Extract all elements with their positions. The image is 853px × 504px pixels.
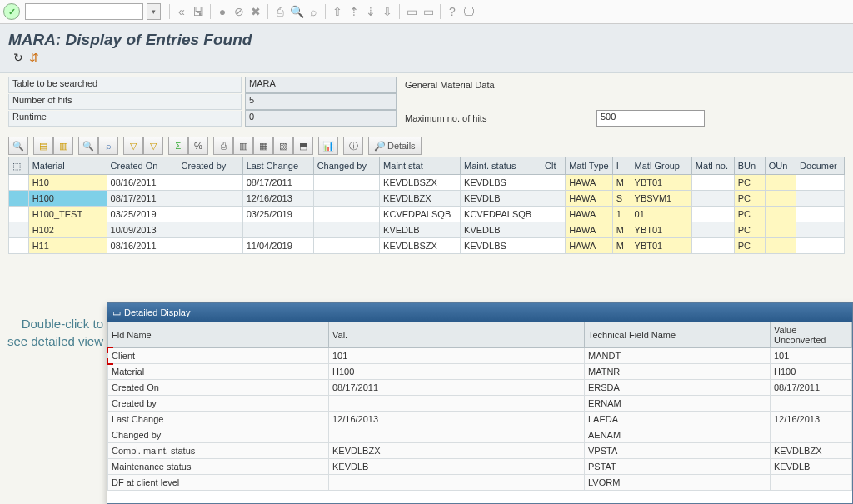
table-cell[interactable]	[691, 175, 734, 191]
detail-val[interactable]	[329, 427, 585, 443]
table-cell[interactable]: H11	[28, 238, 107, 254]
table-cell[interactable]: 08/17/2011	[107, 191, 177, 207]
detail-titlebar[interactable]: ▭ Detailed Display	[107, 303, 852, 322]
detail-fldname[interactable]: Material	[108, 364, 329, 380]
table-cell[interactable]	[765, 207, 796, 222]
table-cell[interactable]	[765, 175, 796, 191]
detail-val[interactable]	[329, 396, 585, 412]
detail-tech[interactable]: ERSDA	[585, 380, 771, 396]
command-field[interactable]	[25, 3, 143, 20]
detail-row[interactable]: Last Change12/16/2013LAEDA12/16/2013	[108, 412, 852, 427]
table-cell[interactable]: M	[612, 175, 631, 191]
table-cell[interactable]	[541, 238, 566, 254]
table-cell[interactable]	[541, 191, 566, 207]
refresh-icon[interactable]: ↻	[13, 51, 23, 64]
table-cell[interactable]: H10	[28, 175, 107, 191]
shortcut-icon[interactable]: ▭	[420, 3, 436, 20]
table-cell[interactable]: KEVDLBZX	[380, 191, 461, 207]
detail-unconv[interactable]: H100	[771, 364, 852, 380]
grid-col-matlno[interactable]: Matl no.	[691, 157, 734, 175]
grid-col-maintstat[interactable]: Maint.stat	[380, 157, 461, 175]
detail-tech[interactable]: MANDT	[585, 348, 771, 364]
alv-info-icon[interactable]: ⓘ	[343, 137, 363, 155]
detail-val[interactable]: 101	[329, 348, 585, 364]
grid-col-createdon[interactable]: Created On	[107, 157, 177, 175]
detail-unconv[interactable]: KEVDLBZX	[771, 443, 852, 459]
detail-row[interactable]: Compl. maint. statusKEVDLBZXVPSTAKEVDLBZ…	[108, 443, 852, 459]
detail-fldname[interactable]: Compl. maint. status	[108, 443, 329, 459]
alv-find-icon[interactable]: 🔍	[78, 137, 98, 155]
table-cell[interactable]: PC	[734, 222, 765, 238]
table-cell[interactable]	[691, 191, 734, 207]
detail-row[interactable]: Changed byAENAM	[108, 427, 852, 443]
table-row[interactable]: H10210/09/2013KVEDLBKVEDLBHAWAMYBT01PC	[9, 222, 845, 238]
print-icon[interactable]: ⎙	[272, 3, 288, 20]
help-icon[interactable]: ?	[444, 3, 461, 20]
alv-details-button[interactable]: 🔎Details	[368, 137, 422, 155]
nextpage-icon[interactable]: ⇣	[362, 3, 379, 20]
save-icon[interactable]: 🖫	[190, 3, 207, 20]
detail-tech[interactable]: PSTAT	[585, 459, 771, 475]
exit-icon[interactable]: ●	[214, 3, 231, 20]
table-cell[interactable]: 08/16/2011	[107, 175, 177, 191]
table-cell[interactable]	[177, 238, 242, 254]
table-cell[interactable]: 1	[612, 207, 631, 222]
findnext-icon[interactable]: ⌕	[305, 3, 322, 20]
table-cell[interactable]	[177, 175, 242, 191]
detail-row[interactable]: DF at client levelLVORM	[108, 475, 852, 491]
table-cell[interactable]: PC	[734, 175, 765, 191]
alv-sum-icon[interactable]: Σ	[168, 137, 188, 155]
detail-row[interactable]: Maintenance statusKEVDLBPSTATKEVDLB	[108, 459, 852, 475]
detail-unconv[interactable]	[771, 396, 852, 412]
table-cell[interactable]: M	[612, 238, 631, 254]
cancel-icon[interactable]: ⊘	[231, 3, 247, 20]
table-cell[interactable]	[541, 207, 566, 222]
table-cell[interactable]: HAWA	[566, 238, 613, 254]
row-selector[interactable]	[9, 222, 29, 238]
table-cell[interactable]	[541, 222, 566, 238]
table-cell[interactable]: 12/16/2013	[242, 191, 313, 207]
table-cell[interactable]	[313, 222, 379, 238]
table-cell[interactable]	[177, 191, 242, 207]
table-cell[interactable]: KCVEDPALSQB	[461, 207, 541, 222]
table-cell[interactable]	[765, 238, 796, 254]
table-cell[interactable]	[177, 222, 242, 238]
detail-col-val[interactable]: Val.	[329, 322, 585, 348]
back-icon[interactable]: «	[173, 3, 190, 20]
row-selector[interactable]	[9, 175, 29, 191]
detail-unconv[interactable]: 101	[771, 348, 852, 364]
detail-row[interactable]: MaterialH100MATNRH100	[108, 364, 852, 380]
detail-fldname[interactable]: Client	[108, 348, 329, 364]
detail-unconv[interactable]: 12/16/2013	[771, 412, 852, 427]
detail-tech[interactable]: MATNR	[585, 364, 771, 380]
alv-excel-icon[interactable]: ▦	[253, 137, 273, 155]
table-cell[interactable]: YBT01	[631, 175, 691, 191]
table-cell[interactable]	[691, 207, 734, 222]
grid-col-doc[interactable]: Documer	[796, 157, 845, 175]
table-cell[interactable]	[796, 207, 845, 222]
detail-fldname[interactable]: DF at client level	[108, 475, 329, 491]
table-cell[interactable]: H100	[28, 191, 107, 207]
layout-icon[interactable]: 🖵	[461, 3, 477, 20]
detail-unconv[interactable]: KEVDLB	[771, 459, 852, 475]
ok-icon[interactable]	[3, 3, 20, 20]
table-cell[interactable]	[796, 238, 845, 254]
detail-fldname[interactable]: Changed by	[108, 427, 329, 443]
table-cell[interactable]	[765, 191, 796, 207]
grid-col-createdby[interactable]: Created by	[177, 157, 242, 175]
detail-unconv[interactable]: 08/17/2011	[771, 380, 852, 396]
table-cell[interactable]	[242, 222, 313, 238]
detail-fldname[interactable]: Last Change	[108, 412, 329, 427]
table-cell[interactable]: H100_TEST	[28, 207, 107, 222]
table-row[interactable]: H10008/17/201112/16/2013KEVDLBZXKEVDLBHA…	[9, 191, 845, 207]
detail-row[interactable]: Client101MANDT101	[108, 348, 852, 364]
table-cell[interactable]: HAWA	[566, 175, 613, 191]
alv-filter-icon[interactable]: ▽	[123, 137, 143, 155]
table-cell[interactable]	[313, 191, 379, 207]
table-cell[interactable]	[796, 191, 845, 207]
table-cell[interactable]: YBSVM1	[631, 191, 691, 207]
detail-fldname[interactable]: Created On	[108, 380, 329, 396]
detail-val[interactable]: 12/16/2013	[329, 412, 585, 427]
grid-col-material[interactable]: Material	[28, 157, 107, 175]
table-cell[interactable]: H102	[28, 222, 107, 238]
